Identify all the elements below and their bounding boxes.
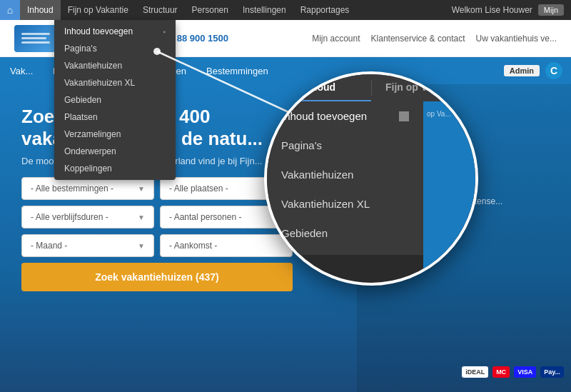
c-badge: C — [545, 62, 562, 79]
vakantiehuis-link: Uw vakantiehuis ve... — [476, 34, 557, 44]
dropdown-item-plaatsen[interactable]: Plaatsen — [54, 109, 176, 126]
admin-badge: Admin — [504, 65, 540, 76]
zoom-dropdown-gebieden[interactable]: Gebieden — [267, 218, 423, 248]
welcome-text: Welkom Lise Houwer — [446, 5, 538, 15]
admin-bar-right: Welkom Lise Houwer Mijn — [446, 4, 571, 16]
nav-bestemmingen[interactable]: Bestemmingen — [196, 57, 278, 84]
zoom-tab-fijn[interactable]: Fijn op Vakantie — [372, 74, 476, 101]
chevron-down-icon-2: ▼ — [138, 213, 145, 221]
admin-bar: ⌂ Inhoud Fijn op Vakantie Structuur Pers… — [0, 0, 571, 20]
search-button[interactable]: Zoek vakantiehuizen (437) — [21, 263, 293, 291]
dropdown-item-onderwerpen[interactable]: Onderwerpen — [54, 143, 176, 160]
zoom-dropdown-inhoud-toevoegen[interactable]: Inhoud toevoegen — [267, 101, 423, 131]
klantenservice-link[interactable]: Klantenservice & contact — [371, 34, 465, 44]
my-button[interactable]: Mijn — [538, 4, 564, 16]
wave-line-3 — [21, 41, 50, 44]
dropdown-item-verzamelingen[interactable]: Verzamelingen — [54, 126, 176, 143]
search-form: - Alle bestemmingen - ▼ - Alle plaatsen … — [21, 177, 293, 291]
zoom-dropdown-vakantiehuizen-xl[interactable]: Vakantiehuizen XL — [267, 189, 423, 218]
wave-line-2 — [21, 37, 46, 39]
verblijfsduren-select[interactable]: - Alle verblijfsduren - ▼ — [21, 206, 154, 228]
chevron-down-icon: ▼ — [138, 185, 145, 193]
zoom-dropdown-paginas[interactable]: Pagina's — [267, 131, 423, 160]
dropdown-item-koppelingen[interactable]: Koppelingen — [54, 160, 176, 177]
zoom-tab-inhoud[interactable]: Inhoud — [267, 74, 371, 101]
wave-line-1 — [21, 33, 50, 35]
zoom-bg-right: op Va... — [423, 74, 475, 283]
mijn-account-link[interactable]: Mijn account — [312, 34, 360, 44]
admin-nav-rapportages[interactable]: Rapportages — [293, 0, 357, 20]
site-logo — [14, 25, 57, 52]
zoom-dropdown: Inhoud toevoegen Pagina's Vakantiehuizen… — [267, 101, 423, 255]
admin-nav-structuur[interactable]: Structuur — [136, 0, 185, 20]
zoom-inner: op Va... Inhoud Fijn op Vakantie Inhoud … — [267, 74, 475, 283]
zoom-tabs: Inhoud Fijn op Vakantie — [267, 74, 475, 101]
zoom-circle: op Va... Inhoud Fijn op Vakantie Inhoud … — [264, 71, 478, 286]
dropdown-item-vakantiehuizen-xl[interactable]: Vakantiehuizen XL — [54, 74, 176, 91]
maand-select[interactable]: - Maand - ▼ — [21, 234, 154, 257]
search-row-1: - Alle bestemmingen - ▼ - Alle plaatsen … — [21, 177, 293, 200]
dropdown-item-gebieden[interactable]: Gebieden — [54, 91, 176, 109]
dropdown-small: Inhoud toevoegen Pagina's Vakantiehuizen… — [54, 20, 176, 180]
dropdown-item-inhoud-toevoegen[interactable]: Inhoud toevoegen — [54, 23, 176, 40]
search-row-3: - Maand - ▼ - Aankomst - — [21, 234, 293, 257]
bestemmingen-select[interactable]: - Alle bestemmingen - ▼ — [21, 177, 154, 200]
zoom-dropdown-vakantiehuizen[interactable]: Vakantiehuizen — [267, 160, 423, 189]
nav-vak[interactable]: Vak... — [0, 57, 43, 84]
admin-nav-instellingen[interactable]: Instellingen — [236, 0, 293, 20]
item-square-icon — [399, 111, 409, 121]
dropdown-item-vakantiehuizen[interactable]: Vakantiehuizen — [54, 57, 176, 74]
payment-icons: iDEAL MC VISA Pay... — [462, 366, 564, 378]
search-row-2: - Alle verblijfsduren - ▼ - Aantal perso… — [21, 206, 293, 228]
dropdown-item-paginas[interactable]: Pagina's — [54, 40, 176, 57]
ideal-icon: iDEAL — [462, 366, 488, 378]
mastercard-icon: MC — [492, 366, 510, 378]
chevron-down-icon-3: ▼ — [138, 242, 145, 250]
logo-waves — [21, 33, 50, 44]
admin-nav-inhoud[interactable]: Inhoud — [20, 0, 61, 20]
admin-nav-fijn[interactable]: Fijn op Vakantie — [61, 0, 136, 20]
paypal-icon: Pay... — [540, 366, 564, 378]
home-icon[interactable]: ⌂ — [0, 0, 20, 20]
site-header-links: Mijn account Klantenservice & contact Uw… — [312, 34, 557, 44]
visa-icon: VISA — [514, 366, 536, 378]
admin-nav-personen[interactable]: Personen — [185, 0, 236, 20]
